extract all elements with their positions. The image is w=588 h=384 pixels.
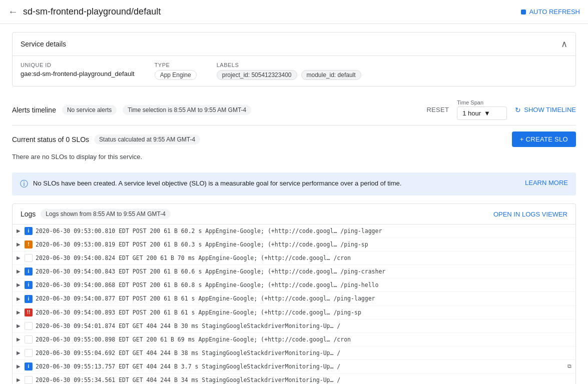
log-text: 2020-06-30 09:54:01.874 EDT GET 404 244 … [36, 322, 340, 330]
service-details-body: UNIQUE ID gae:sd-sm-frontend-playground_… [13, 56, 575, 86]
log-expand-icon[interactable]: ▶ [17, 296, 22, 302]
log-info-icon: i [25, 268, 33, 276]
log-row: ▶!!2020-06-30 09:54:00.893 EDT POST 200 … [13, 306, 575, 320]
service-details-title: Service details [21, 40, 66, 48]
log-text: 2020-06-30 09:53:00.810 EDT POST 200 61 … [36, 227, 382, 235]
type-chip: App Engine [155, 70, 197, 80]
info-banner: ⓘ No SLOs have been created. A service l… [12, 172, 576, 196]
log-info-icon: i [25, 362, 33, 370]
log-empty-icon [25, 376, 33, 384]
logs-title: Logs [21, 210, 36, 218]
timespan-value: 1 hour [462, 110, 481, 117]
log-row: ▶2020-06-30 09:54:00.824 EDT GET 200 61 … [13, 252, 575, 265]
log-info-icon: i [25, 227, 33, 235]
timespan-select[interactable]: 1 hour ▼ [457, 106, 507, 120]
log-row: ▶i2020-06-30 09:55:13.757 EDT GET 404 24… [13, 360, 575, 374]
log-expand-icon[interactable]: ▶ [17, 309, 22, 316]
log-row: ▶2020-06-30 09:55:04.692 EDT GET 404 244… [13, 346, 575, 360]
log-text: 2020-06-30 09:55:00.898 EDT GET 200 61 B… [36, 336, 351, 344]
topbar: ← sd-sm-frontend-playground/default AUTO… [0, 0, 588, 24]
time-selection-chip: Time selection is 8:55 AM to 9:55 AM GMT… [123, 105, 251, 115]
log-info-icon: i [25, 281, 33, 289]
log-expand-icon[interactable]: ▶ [17, 268, 22, 275]
logs-section: Logs Logs shown from 8:55 AM to 9:55 AM … [12, 204, 576, 384]
unique-id-label: UNIQUE ID [21, 62, 135, 68]
labels-label: LABELS [217, 62, 361, 68]
log-text: 2020-06-30 09:54:00.893 EDT POST 200 61 … [36, 308, 361, 316]
log-row: ▶!2020-06-30 09:53:00.819 EDT POST 200 6… [13, 238, 575, 252]
log-empty-icon [25, 349, 33, 357]
log-row: ▶i2020-06-30 09:54:00.868 EDT POST 200 6… [13, 278, 575, 292]
log-text: 2020-06-30 09:55:04.692 EDT GET 404 244 … [36, 349, 340, 357]
logs-header: Logs Logs shown from 8:55 AM to 9:55 AM … [13, 204, 575, 224]
service-details-header: Service details ∧ [13, 32, 575, 56]
service-details-card: Service details ∧ UNIQUE ID gae:sd-sm-fr… [12, 32, 576, 86]
reset-button[interactable]: RESET [426, 106, 449, 114]
info-text: No SLOs have been created. A service lev… [33, 178, 401, 188]
log-info-icon: i [25, 295, 33, 303]
label1-chip: project_id: 505412323400 [217, 70, 297, 80]
log-expand-icon[interactable]: ▶ [17, 228, 22, 234]
info-banner-left: ⓘ No SLOs have been created. A service l… [20, 178, 401, 190]
unique-id-value: gae:sd-sm-frontend-playground_default [21, 70, 135, 78]
topbar-left: ← sd-sm-frontend-playground/default [8, 6, 161, 18]
info-icon: ⓘ [20, 179, 28, 190]
log-text: 2020-06-30 09:55:13.757 EDT GET 404 244 … [36, 362, 340, 370]
log-text: 2020-06-30 09:54:00.824 EDT GET 200 61 B… [36, 254, 351, 262]
log-expand-icon[interactable]: ▶ [17, 363, 22, 370]
slo-empty-text: There are no SLOs to display for this se… [12, 151, 576, 166]
log-expand-icon[interactable]: ▶ [17, 322, 22, 330]
log-row: ▶i2020-06-30 09:53:00.810 EDT POST 200 6… [13, 224, 575, 238]
log-expand-icon[interactable]: ▶ [17, 376, 22, 384]
alerts-timeline-row: Alerts timeline No service alerts Time s… [12, 94, 576, 126]
auto-refresh-button[interactable]: AUTO REFRESH [521, 8, 580, 16]
no-alerts-chip: No service alerts [62, 105, 117, 115]
log-external-link-icon[interactable]: ⧉ [567, 362, 571, 370]
slo-title: Current status of 0 SLOs [12, 136, 89, 144]
log-text: 2020-06-30 09:54:00.843 EDT POST 200 61 … [36, 268, 385, 276]
slo-status-chip: Status calculated at 9:55 AM GMT-4 [94, 134, 200, 144]
back-arrow-icon[interactable]: ← [8, 6, 18, 18]
logs-time-chip: Logs shown from 8:55 AM to 9:55 AM GMT-4 [41, 209, 170, 219]
log-expand-icon[interactable]: ▶ [17, 336, 22, 343]
log-rows-container: ▶i2020-06-30 09:53:00.810 EDT POST 200 6… [13, 224, 575, 384]
log-row: ▶2020-06-30 09:55:34.561 EDT GET 404 244… [13, 374, 575, 384]
learn-more-button[interactable]: LEARN MORE [525, 179, 568, 186]
create-slo-button[interactable]: + CREATE SLO [512, 132, 576, 147]
log-expand-icon[interactable]: ▶ [17, 254, 22, 262]
show-timeline-label: SHOW TIMELINE [524, 106, 576, 114]
collapse-icon[interactable]: ∧ [561, 38, 567, 50]
log-row: ▶2020-06-30 09:54:01.874 EDT GET 404 244… [13, 320, 575, 333]
slo-section: Current status of 0 SLOs Status calculat… [12, 126, 576, 172]
log-text: 2020-06-30 09:55:34.561 EDT GET 404 244 … [36, 376, 340, 384]
log-warn-icon: ! [25, 240, 33, 248]
labels-field: LABELS project_id: 505412323400 module_i… [217, 62, 361, 80]
page-title: sd-sm-frontend-playground/default [23, 6, 161, 17]
log-empty-icon [25, 254, 33, 262]
log-row: ▶2020-06-30 09:55:00.898 EDT GET 200 61 … [13, 333, 575, 346]
log-expand-icon[interactable]: ▶ [17, 350, 22, 356]
alerts-left: Alerts timeline No service alerts Time s… [12, 105, 251, 115]
log-expand-icon[interactable]: ▶ [17, 241, 22, 248]
main-content: Service details ∧ UNIQUE ID gae:sd-sm-fr… [0, 24, 588, 384]
log-text: 2020-06-30 09:54:00.877 EDT POST 200 61 … [36, 294, 375, 302]
show-timeline-button[interactable]: ↻ SHOW TIMELINE [515, 106, 576, 114]
unique-id-field: UNIQUE ID gae:sd-sm-frontend-playground_… [21, 62, 135, 78]
alerts-right: RESET Time Span 1 hour ▼ ↻ SHOW TIMELINE [426, 100, 576, 120]
type-label: TYPE [155, 62, 197, 68]
log-empty-icon [25, 322, 33, 330]
log-row: ▶i2020-06-30 09:54:00.877 EDT POST 200 6… [13, 292, 575, 306]
log-text: 2020-06-30 09:54:00.868 EDT POST 200 61 … [36, 281, 378, 289]
auto-refresh-dot-icon [521, 10, 526, 14]
alerts-title: Alerts timeline [12, 106, 56, 114]
auto-refresh-label: AUTO REFRESH [529, 8, 580, 16]
open-logs-viewer-button[interactable]: OPEN IN LOGS VIEWER [493, 210, 567, 218]
log-text: 2020-06-30 09:53:00.819 EDT POST 200 61 … [36, 240, 368, 248]
label2-chip: module_id: default [301, 70, 361, 80]
log-row: ▶i2020-06-30 09:54:00.843 EDT POST 200 6… [13, 265, 575, 278]
labels-chips: project_id: 505412323400 module_id: defa… [217, 70, 361, 80]
refresh-icon: ↻ [515, 106, 521, 114]
log-error-icon: !! [25, 308, 33, 316]
log-expand-icon[interactable]: ▶ [17, 282, 22, 288]
logs-header-left: Logs Logs shown from 8:55 AM to 9:55 AM … [21, 209, 171, 219]
